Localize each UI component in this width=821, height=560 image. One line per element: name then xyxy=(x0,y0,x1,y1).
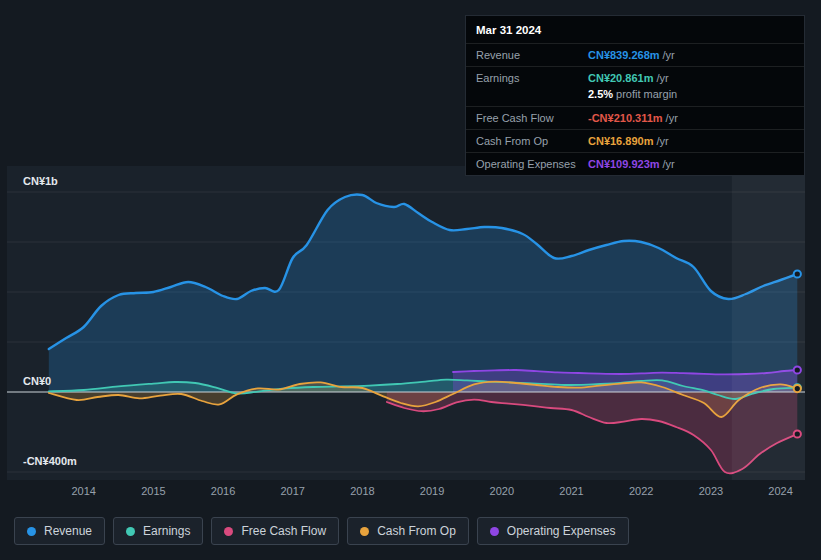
value-text: CN¥839.268m xyxy=(588,49,660,61)
revenue-dot-icon xyxy=(27,527,36,536)
legend-label: Cash From Op xyxy=(377,524,456,538)
earnings-revenue-history-chart: CN¥1bCN¥0-CN¥400m 2014201520162017201820… xyxy=(0,0,821,560)
tooltip-row-revenue: Revenue CN¥839.268m/yr xyxy=(466,46,804,64)
value-suffix: /yr xyxy=(656,72,668,84)
tooltip-section-cashop: Cash From Op CN¥16.890m/yr xyxy=(466,129,804,152)
tooltip-value: CN¥109.923m/yr xyxy=(588,158,675,170)
profit-margin-text: profit margin xyxy=(616,88,677,100)
tooltip-value: CN¥20.861m/yr xyxy=(588,72,669,84)
chart-legend: Revenue Earnings Free Cash Flow Cash Fro… xyxy=(14,517,629,545)
chart-canvas xyxy=(7,166,805,480)
cash-from-op-dot-icon xyxy=(360,527,369,536)
legend-label: Earnings xyxy=(143,524,190,538)
tooltip-value: -CN¥210.311m/yr xyxy=(588,112,678,124)
x-axis-label: 2020 xyxy=(490,485,514,497)
tooltip-section-fcf: Free Cash Flow -CN¥210.311m/yr xyxy=(466,106,804,129)
legend-item-free-cash-flow[interactable]: Free Cash Flow xyxy=(211,517,339,545)
tooltip-section-earnings: Earnings CN¥20.861m/yr 2.5%profit margin xyxy=(466,66,804,106)
x-axis-label: 2017 xyxy=(280,485,304,497)
legend-item-operating-expenses[interactable]: Operating Expenses xyxy=(477,517,629,545)
plot-area[interactable]: CN¥1bCN¥0-CN¥400m xyxy=(7,166,805,480)
tooltip-row-opex: Operating Expenses CN¥109.923m/yr xyxy=(466,155,804,173)
tooltip-value: CN¥839.268m/yr xyxy=(588,49,675,61)
value-text: CN¥20.861m xyxy=(588,72,653,84)
x-axis-labels: 2014201520162017201820192020202120222023… xyxy=(7,485,805,501)
x-axis-label: 2019 xyxy=(420,485,444,497)
tooltip-label: Revenue xyxy=(476,49,588,61)
value-suffix: /yr xyxy=(666,112,678,124)
legend-label: Operating Expenses xyxy=(507,524,616,538)
tooltip-label: Earnings xyxy=(476,72,588,84)
value-text: CN¥16.890m xyxy=(588,135,653,147)
legend-label: Revenue xyxy=(44,524,92,538)
x-axis-label: 2018 xyxy=(350,485,374,497)
value-text: CN¥109.923m xyxy=(588,158,660,170)
x-axis-label: 2014 xyxy=(71,485,95,497)
legend-item-earnings[interactable]: Earnings xyxy=(113,517,203,545)
legend-label: Free Cash Flow xyxy=(241,524,326,538)
tooltip-section-revenue: Revenue CN¥839.268m/yr xyxy=(466,43,804,66)
tooltip-row-cashop: Cash From Op CN¥16.890m/yr xyxy=(466,132,804,150)
earnings-dot-icon xyxy=(126,527,135,536)
tooltip-date: Mar 31 2024 xyxy=(466,16,804,43)
tooltip-section-opex: Operating Expenses CN¥109.923m/yr xyxy=(466,152,804,175)
tooltip-label: Free Cash Flow xyxy=(476,112,588,124)
legend-item-cash-from-op[interactable]: Cash From Op xyxy=(347,517,469,545)
tooltip-row-earnings: Earnings CN¥20.861m/yr xyxy=(466,69,804,87)
value-text: -CN¥210.311m xyxy=(588,112,663,124)
x-axis-label: 2016 xyxy=(211,485,235,497)
tooltip-row-fcf: Free Cash Flow -CN¥210.311m/yr xyxy=(466,109,804,127)
value-suffix: /yr xyxy=(656,135,668,147)
legend-item-revenue[interactable]: Revenue xyxy=(14,517,105,545)
value-suffix: /yr xyxy=(663,158,675,170)
free-cash-flow-dot-icon xyxy=(224,527,233,536)
x-axis-label: 2024 xyxy=(768,485,792,497)
profit-margin-value: 2.5% xyxy=(588,88,613,100)
x-axis-label: 2015 xyxy=(141,485,165,497)
x-axis-label: 2023 xyxy=(699,485,723,497)
x-axis-label: 2021 xyxy=(559,485,583,497)
profit-margin-row: 2.5%profit margin xyxy=(466,87,804,104)
x-axis-label: 2022 xyxy=(629,485,653,497)
tooltip-value: CN¥16.890m/yr xyxy=(588,135,669,147)
tooltip-label: Cash From Op xyxy=(476,135,588,147)
value-suffix: /yr xyxy=(663,49,675,61)
data-tooltip: Mar 31 2024 Revenue CN¥839.268m/yr Earni… xyxy=(465,15,805,176)
operating-expenses-dot-icon xyxy=(490,527,499,536)
tooltip-label: Operating Expenses xyxy=(476,158,588,170)
